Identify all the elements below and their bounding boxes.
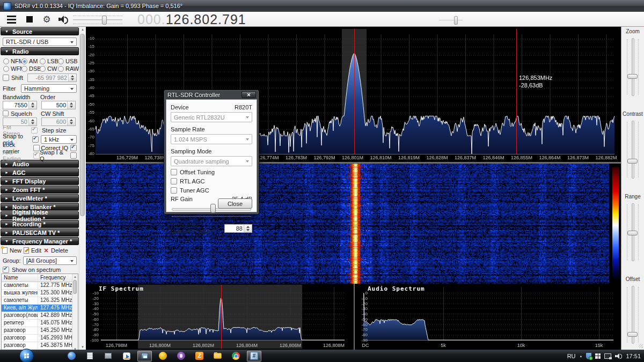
sampling-mode-combo[interactable]: Quadrature sampling [171,156,252,166]
windows-flag-icon[interactable] [595,353,601,359]
table-row[interactable]: разговор145.2993 MHz [2,335,78,342]
start-button[interactable] [19,349,34,362]
correct-iq-checkbox[interactable] [70,145,77,151]
column-header-name[interactable]: Name [2,274,38,282]
tray-speaker-icon[interactable] [615,353,622,359]
swap-iq-checkbox[interactable] [70,152,77,159]
device-combo[interactable]: Generic RTL2832U [171,112,252,122]
order-input[interactable]: 500 [41,101,76,109]
show-on-spectrum-checkbox[interactable] [3,267,9,273]
action-center-shield-icon[interactable] [586,353,591,359]
speaker-icon[interactable] [56,13,70,25]
sample-rate-combo[interactable]: 1.024 MSPS [171,134,252,144]
taskbar-app-media-player[interactable] [119,351,134,361]
anti-fading-checkbox[interactable] [33,152,40,159]
tuner-agc-checkbox[interactable] [171,187,177,194]
table-row[interactable]: репитер145.075 MHz [2,320,78,327]
mode-nfm[interactable]: NFM [3,57,21,65]
menu-button[interactable] [4,13,18,25]
step-size-combo[interactable]: 1 kHz [41,135,77,144]
mode-lsb[interactable]: LSB [40,57,58,65]
taskbar-app-daemon-tools[interactable] [156,351,170,361]
volume-slider-thumb[interactable] [102,16,107,25]
panel-header-pal-secam-tv[interactable]: ►PAL/SECAM TV * [1,228,79,237]
scroll-down-icon[interactable]: ▼ [80,345,85,349]
edit-button[interactable]: Edit [31,247,41,254]
taskbar-app-sdrsharp[interactable]: # [247,351,261,361]
offset-slider-thumb[interactable] [627,332,638,337]
table-row[interactable]: самолеты122.775 MHz [2,282,78,290]
resize-grip[interactable] [639,344,643,348]
mode-cw[interactable]: CW [40,65,58,72]
fft-resolution-slider[interactable] [439,13,463,25]
panel-header-zoom-fft[interactable]: ►Zoom FFT * [1,186,79,194]
mode-usb[interactable]: USB [58,57,76,65]
volume-slider[interactable] [73,13,122,25]
mode-wfm[interactable]: WFM [3,65,21,72]
offset-slider[interactable] [621,284,644,346]
table-row[interactable]: самолеты126.325 MHz [2,297,78,305]
shift-input[interactable]: -65 997 982 [27,73,77,82]
close-button[interactable]: Close [218,198,252,209]
table-scrollbar[interactable]: ▲ ▼ [72,274,78,350]
scroll-up-icon[interactable]: ▲ [73,275,77,278]
close-icon[interactable]: ✕ [241,91,256,98]
mode-dsb[interactable]: DSB [21,65,40,72]
settings-gear-icon[interactable]: ⚙ [40,13,54,25]
panel-header-levelmeter[interactable]: ►LevelMeter * [1,194,79,202]
scroll-up-icon[interactable]: ▲ [80,28,85,31]
taskbar-app-chrome[interactable] [229,351,243,361]
frequency-display[interactable]: 000.126.802.791 [137,12,246,27]
fm-stereo-checkbox[interactable] [31,127,38,134]
cw-shift-input[interactable]: 600 [41,117,76,126]
frequency-correction-input[interactable]: 88 [224,224,252,233]
table-row[interactable]: Киев, а/п Жуляны127.475 MHz [2,305,78,312]
taskbar-app-notepad[interactable] [83,351,97,361]
panel-header-fft-display[interactable]: ►FFT Display [1,177,79,185]
mode-am[interactable]: AM [21,57,40,65]
taskbar-app-explorer[interactable] [210,351,225,361]
mode-raw[interactable]: RAW [58,65,76,72]
clock[interactable]: 17:51 [626,353,641,359]
source-device-combo[interactable]: RTL-SDR / USB [3,38,77,46]
tray-expand-icon[interactable]: ▲ [580,354,583,358]
squelch-input[interactable]: 50 [3,117,37,126]
new-button[interactable]: New [10,247,21,254]
if-spectrum-canvas[interactable] [86,284,354,350]
panel-header-digital-noise-reduction[interactable]: ►Digital Noise Reduction * [1,211,79,219]
spinner-arrows[interactable] [68,74,76,82]
taskbar-app-panel[interactable] [101,351,115,361]
snap-to-grid-checkbox[interactable] [32,136,39,143]
stop-button[interactable] [23,13,36,25]
taskbar-app-blue-swirl[interactable] [64,351,79,361]
rtl-agc-checkbox[interactable] [171,178,177,184]
lock-carrier-checkbox[interactable] [33,145,40,151]
range-slider[interactable] [621,201,644,263]
rf-gain-slider-thumb[interactable] [210,204,216,213]
filter-combo[interactable]: Hamming [21,84,77,93]
panel-header-frequency-manager[interactable]: ▼ Frequency Manager * [1,237,79,245]
taskbar-app-photo-viewer[interactable] [137,351,152,361]
table-row[interactable]: разговор(ловит ...142.889 MHz [2,312,78,320]
contrast-slider[interactable] [621,119,644,181]
range-slider-thumb[interactable] [627,231,638,235]
table-row[interactable]: вышка жуляны125.300 MHz [2,290,78,297]
sidebar-scrollbar[interactable]: ▲ ▼ [79,27,86,350]
taskbar-app-viber[interactable] [174,351,188,361]
panel-header-source[interactable]: ▼ Source [1,27,79,35]
contrast-slider-thumb[interactable] [627,159,638,164]
panel-header-radio[interactable]: ▼ Radio [1,47,79,55]
zoom-slider-thumb[interactable] [627,74,638,79]
group-combo[interactable]: [All Groups] [23,256,77,265]
language-indicator[interactable]: RU [567,353,576,359]
delete-button[interactable]: Delete [51,247,68,254]
shift-checkbox[interactable] [3,75,9,81]
offset-tuning-checkbox[interactable] [171,169,177,175]
panel-header-agc[interactable]: ►AGC [1,168,79,176]
bandwidth-input[interactable]: 7550 [3,101,37,109]
zoom-slider[interactable] [621,36,644,98]
taskbar-app-zip-z[interactable]: Z [192,351,207,361]
audio-spectrum-canvas[interactable] [355,284,621,350]
table-row[interactable]: разговор145.250 MHz [2,327,78,335]
network-icon[interactable] [604,353,611,359]
